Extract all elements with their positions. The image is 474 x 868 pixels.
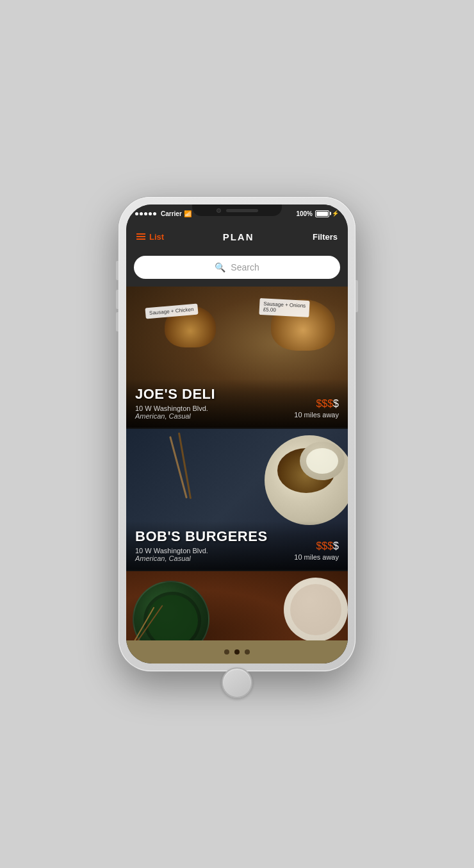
plan-title: PLAN	[223, 231, 254, 242]
list-icon-line-2	[136, 236, 145, 237]
signal-dots	[135, 212, 156, 215]
card-meta-1: $$$$ 10 miles away	[294, 398, 339, 419]
phone-top-notch	[192, 204, 282, 216]
battery-fill	[316, 212, 328, 216]
page-dot-1	[224, 649, 229, 655]
signal-dot-3	[144, 212, 147, 215]
front-camera	[217, 208, 221, 213]
restaurant-price-2: $$$$	[294, 540, 339, 552]
signal-dot-4	[149, 212, 152, 215]
price-orange-2: $$$	[316, 540, 333, 551]
price-white-1: $	[333, 398, 339, 409]
restaurant-card-joes-deli[interactable]: Sausage + Chicken Sausage + Onions£5.00 …	[126, 287, 348, 428]
page-dot-3	[245, 649, 250, 655]
price-orange-1: $$$	[316, 398, 333, 409]
status-right: 100% ⚡	[296, 210, 339, 217]
pagination-bar	[126, 640, 348, 664]
slaw-bowl	[300, 442, 345, 480]
list-icon-line-3	[136, 238, 145, 240]
battery-percent: 100%	[296, 210, 313, 217]
phone-bottom	[126, 664, 348, 702]
phone-frame: Carrier 📶 8:08 AM 100% ⚡ List	[118, 197, 356, 671]
phone-screen: Carrier 📶 8:08 AM 100% ⚡ List	[126, 204, 348, 664]
second-plate	[284, 578, 348, 640]
charging-icon: ⚡	[332, 210, 339, 217]
earpiece-speaker	[226, 209, 258, 212]
battery-icon	[315, 210, 329, 217]
restaurant-distance-1: 10 miles away	[294, 411, 339, 419]
card-meta-2: $$$$ 10 miles away	[294, 540, 339, 561]
status-left: Carrier 📶	[135, 210, 192, 217]
list-lines-icon	[136, 233, 145, 240]
wifi-icon: 📶	[184, 210, 192, 217]
restaurant-card-bobs[interactable]: BOB'S BURGERES 10 W Washington Blvd. Ame…	[126, 429, 348, 570]
home-button[interactable]	[222, 667, 252, 698]
restaurant-distance-2: 10 miles away	[294, 553, 339, 561]
carrier-label: Carrier	[161, 210, 182, 217]
nav-bar: List PLAN Filters	[126, 222, 348, 251]
card-background-3	[126, 571, 348, 640]
signal-dot-5	[153, 212, 156, 215]
price-white-2: $	[333, 540, 339, 551]
list-label: List	[149, 232, 164, 242]
search-bar[interactable]: 🔍 Search	[134, 256, 340, 279]
list-nav-item[interactable]: List	[136, 232, 164, 242]
list-icon-line-1	[136, 233, 145, 235]
restaurant-card-pho[interactable]: PHO RACE	[126, 571, 348, 640]
filters-button[interactable]: Filters	[313, 232, 338, 242]
signal-dot-2	[140, 212, 143, 215]
price-tag-2: Sausage + Onions£5.00	[259, 298, 309, 317]
search-container: 🔍 Search	[126, 251, 348, 287]
restaurant-price-1: $$$$	[294, 398, 339, 410]
search-icon: 🔍	[215, 262, 225, 272]
search-placeholder: Search	[231, 262, 259, 272]
restaurant-list: Sausage + Chicken Sausage + Onions£5.00 …	[126, 287, 348, 640]
page-dot-2	[234, 649, 240, 655]
signal-dot-1	[135, 212, 138, 215]
